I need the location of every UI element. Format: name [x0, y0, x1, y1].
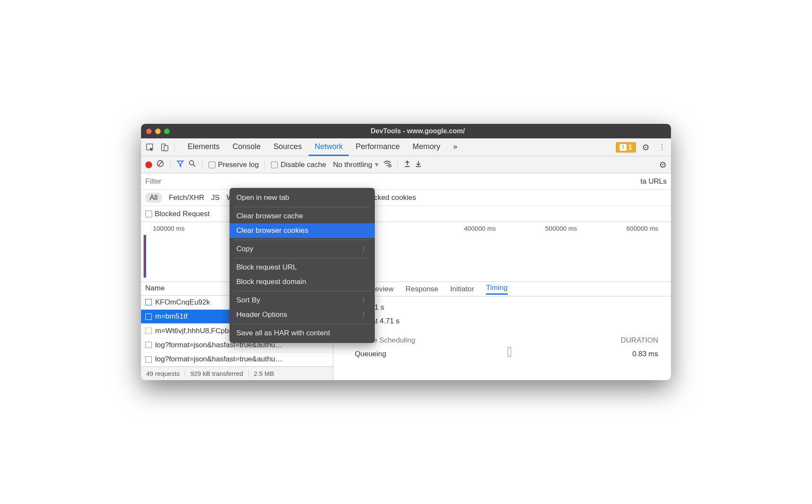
panel-tabbar: Elements Console Sources Network Perform… — [141, 138, 671, 156]
waterfall-overview[interactable]: 100000 ms 400000 ms 500000 ms 600000 ms — [141, 222, 671, 282]
request-detail: aders Preview Response Initiator Timing … — [333, 282, 671, 380]
ctx-clear-cookies[interactable]: Clear browser cookies — [229, 223, 375, 238]
table-row[interactable]: log?format=json&hasfast=true&authu… — [141, 352, 333, 366]
warnings-count: 1 — [628, 144, 632, 151]
tick-label: 500000 ms — [509, 225, 590, 232]
tabs-overflow[interactable]: » — [447, 139, 463, 156]
svg-line-4 — [158, 161, 162, 166]
disable-cache-label: Disable cache — [280, 161, 326, 169]
detail-tab-initiator[interactable]: Initiator — [450, 285, 474, 293]
record-button[interactable] — [145, 161, 152, 168]
network-settings-icon[interactable]: ⚙ — [659, 160, 667, 170]
panel-tabs: Elements Console Sources Network Perform… — [182, 139, 463, 156]
tab-network[interactable]: Network — [309, 139, 349, 156]
status-resources: 2.5 MB — [249, 370, 279, 377]
status-transferred: 929 kB transferred — [185, 370, 248, 377]
file-icon — [145, 342, 152, 348]
queueing-bar — [508, 347, 511, 357]
detail-tab-response[interactable]: Response — [406, 285, 438, 293]
tab-console[interactable]: Console — [227, 139, 267, 156]
svg-line-6 — [193, 164, 195, 167]
ctx-open-new-tab[interactable]: Open in new tab — [229, 190, 375, 205]
titlebar: DevTools - www.google.com/ — [141, 124, 671, 138]
type-filter-js[interactable]: JS — [211, 193, 220, 202]
request-name: m=bm51tf — [155, 312, 188, 321]
preserve-log-checkbox[interactable]: Preserve log — [209, 161, 259, 169]
status-bar: 49 requests 929 kB transferred 2.5 MB — [141, 366, 333, 380]
chevron-down-icon: ▾ — [375, 160, 379, 169]
detail-tabs: aders Preview Response Initiator Timing — [333, 282, 671, 296]
warnings-badge[interactable]: ! 1 — [616, 142, 636, 152]
ctx-separator — [234, 207, 371, 207]
ctx-header-options[interactable]: Header Options〉 — [229, 308, 375, 322]
duration-header: DURATION — [621, 334, 658, 347]
type-filter-all[interactable]: All — [145, 193, 162, 203]
filter-toggle-icon[interactable] — [177, 160, 184, 170]
window-title: DevTools - www.google.com/ — [170, 127, 666, 135]
throttling-label: No throttling — [333, 161, 372, 169]
chevron-right-icon: 〉 — [362, 296, 368, 304]
inspect-element-icon[interactable] — [144, 141, 156, 154]
ctx-separator — [234, 291, 371, 291]
preserve-log-label: Preserve log — [218, 161, 259, 169]
tick-label: 100000 ms — [141, 225, 209, 232]
throttling-select[interactable]: No throttling ▾ — [333, 160, 379, 169]
close-window-button[interactable] — [146, 129, 152, 134]
queued-at: ed at 4.71 s — [346, 301, 658, 314]
separator — [265, 160, 265, 170]
waterfall-selection — [144, 235, 146, 278]
detail-tab-timing[interactable]: Timing — [486, 284, 507, 295]
window-controls — [146, 129, 170, 134]
separator — [170, 160, 171, 170]
ctx-separator — [234, 324, 371, 324]
type-filter-bar: All Fetch/XHR JS WS Wasm Manifest Other … — [141, 190, 671, 206]
type-filter-fetch[interactable]: Fetch/XHR — [169, 193, 204, 202]
search-icon[interactable] — [188, 160, 196, 170]
timing-body: ed at 4.71 s Started at 4.71 s Resource … — [333, 296, 671, 365]
request-name: log?format=json&hasfast=true&authu… — [155, 355, 282, 363]
ctx-save-har[interactable]: Save all as HAR with content — [229, 326, 375, 340]
ctx-block-domain[interactable]: Block request domain — [229, 275, 375, 289]
tab-memory[interactable]: Memory — [406, 139, 446, 156]
network-conditions-icon[interactable] — [383, 159, 391, 170]
chevron-right-icon: 〉 — [362, 245, 368, 253]
tick-label: 400000 ms — [427, 225, 509, 232]
filter-bar: ta URLs — [141, 173, 671, 190]
disable-cache-checkbox[interactable]: Disable cache — [271, 161, 326, 169]
separator — [397, 160, 398, 170]
blocked-requests-label: Blocked Request — [155, 210, 210, 218]
ctx-sort-by[interactable]: Sort By〉 — [229, 293, 375, 308]
warning-icon: ! — [620, 144, 627, 151]
network-toolbar: Preserve log Disable cache No throttling… — [141, 156, 671, 173]
queueing-label: Queueing — [355, 347, 386, 361]
clear-icon[interactable] — [156, 160, 164, 170]
ctx-copy[interactable]: Copy〉 — [229, 242, 375, 256]
tab-elements[interactable]: Elements — [182, 139, 226, 156]
tab-performance[interactable]: Performance — [350, 139, 406, 156]
data-urls-label: ta URLs — [641, 177, 667, 186]
svg-rect-2 — [164, 146, 168, 151]
ctx-separator — [234, 240, 371, 240]
file-icon — [145, 299, 152, 305]
ctx-clear-cache[interactable]: Clear browser cache — [229, 209, 375, 223]
file-icon — [145, 356, 152, 363]
minimize-window-button[interactable] — [155, 129, 161, 134]
blocked-requests-row: Blocked Request — [141, 206, 671, 222]
tab-sources[interactable]: Sources — [268, 139, 308, 156]
ctx-block-url[interactable]: Block request URL — [229, 260, 375, 275]
download-har-icon[interactable] — [415, 160, 422, 169]
maximize-window-button[interactable] — [164, 129, 170, 134]
upload-har-icon[interactable] — [404, 160, 411, 169]
blocked-requests-checkbox[interactable]: Blocked Request — [145, 210, 210, 218]
file-icon — [145, 314, 152, 320]
filter-input[interactable] — [145, 177, 175, 186]
settings-icon[interactable]: ⚙ — [639, 141, 652, 154]
more-menu-icon[interactable]: ⋮ — [656, 141, 668, 154]
devtools-window: DevTools - www.google.com/ Elements Cons… — [141, 124, 671, 380]
request-name: KFOmCnqEu92k — [155, 298, 210, 307]
lower-pane: Name KFOmCnqEu92k m=bm51tf m=Wt6vjf,hhhU… — [141, 282, 671, 380]
device-toolbar-icon[interactable] — [158, 141, 171, 154]
file-icon — [145, 328, 152, 334]
separator — [174, 143, 175, 152]
separator — [202, 160, 203, 170]
